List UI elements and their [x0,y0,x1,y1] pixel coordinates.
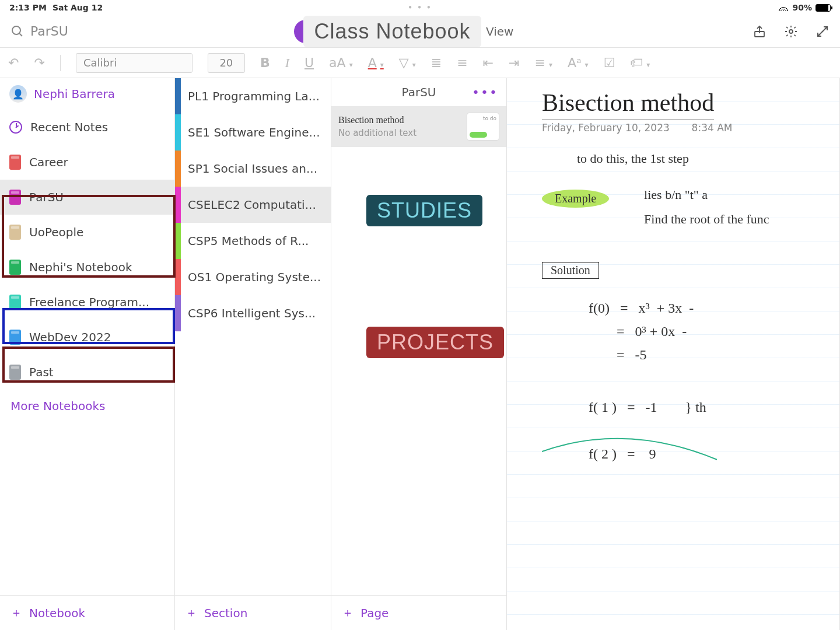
section-item[interactable]: CSP6 Intelligent Sys... [175,295,331,331]
textcase-button[interactable]: aA [329,55,353,70]
status-date: Sat Aug 12 [52,3,103,12]
numbering-button[interactable]: ≡ [457,55,467,70]
notebook-webdev[interactable]: WebDev 2022 [0,320,174,355]
add-notebook[interactable]: ＋ Notebook [0,595,174,630]
section-label: OS1 Operating Syste... [175,270,321,284]
highlight-button[interactable]: ▽ [399,55,416,70]
plus-icon: ＋ [10,605,22,621]
underline-button[interactable]: U [304,55,314,70]
section-label: CSELEC2 Computati... [175,198,316,212]
section-label: SE1 Software Engine... [175,125,320,139]
equation: f( 2 ) = 9 [589,442,839,466]
section-label: PL1 Programming La... [175,89,320,103]
tab-class-notebook[interactable]: Class Notebook [303,16,481,47]
notebook-icon [9,330,21,345]
note-line: Find the root of the func [644,212,769,227]
solution-box: Solution [542,262,599,279]
notebook-career[interactable]: Career [0,145,174,180]
section-item[interactable]: OS1 Operating Syste... [175,259,331,295]
account-name: Nephi Barrera [34,87,115,101]
section-label: CSP5 Methods of R... [175,234,309,248]
page-thumbnail [467,113,499,141]
styles-button[interactable]: Aᵃ [568,55,589,70]
annotation-label-projects: PROJECTS [366,327,504,358]
settings-icon[interactable] [784,24,798,38]
recent-notes[interactable]: Recent Notes [0,110,174,145]
fullscreen-icon[interactable] [816,24,830,38]
font-size[interactable]: 20 [208,53,245,73]
undo-icon[interactable]: ↶ [8,55,19,70]
redo-icon[interactable]: ↷ [34,55,44,70]
equation: f( 1 ) = -1 } th [589,396,839,419]
equation: = 0³ + 0x - [589,320,839,343]
clock-icon [9,121,22,134]
account-row[interactable]: 👤 Nephi Barrera [0,78,174,110]
notebook-icon [9,225,21,240]
section-item[interactable]: SE1 Software Engine... [175,114,331,150]
notebook-icon [9,365,21,380]
wifi-icon [778,4,789,11]
ribbon-tabs: Home Insert Draw View Class Notebook [294,20,526,43]
equation: = -5 [589,343,839,366]
annotation-label-studies: STUDIES [366,195,482,226]
command-bar: ParSU Home Insert Draw View Class Notebo… [0,15,840,48]
outdent-button[interactable]: ⇤ [483,55,494,70]
notebook-freelance[interactable]: Freelance Program... [0,285,174,320]
notebook-past[interactable]: Past [0,355,174,390]
page-title: Bisection method [338,115,460,125]
paragraph-button[interactable]: ≡ [534,55,552,70]
page-item[interactable]: Bisection method No additional text [331,106,506,147]
section-item[interactable]: CSELEC2 Computati... [175,187,331,223]
equation: f(0) = x³ + 3x - [589,296,839,320]
battery-percent: 90% [792,3,812,12]
status-time: 2:13 PM [9,3,47,12]
svg-line-1 [19,33,22,36]
notebook-icon [9,260,21,275]
svg-point-3 [789,30,793,33]
section-color-tab [175,114,181,150]
tab-view[interactable]: View [473,20,526,43]
bullets-button[interactable]: ≣ [431,55,442,70]
section-item[interactable]: CSP5 Methods of R... [175,223,331,259]
sections-pane: PL1 Programming La...SE1 Software Engine… [175,78,331,630]
notebook-icon [9,155,21,170]
notebook-title: ParSU ••• [331,78,506,106]
note-canvas[interactable]: Bisection method Friday, February 10, 20… [506,78,840,630]
section-item[interactable]: SP1 Social Issues an... [175,150,331,187]
section-label: SP1 Social Issues an... [175,162,317,176]
notebook-uopeople[interactable]: UoPeople [0,215,174,250]
page-subtitle: No additional text [338,128,460,138]
avatar-icon: 👤 [9,85,27,103]
device-statusbar: 2:13 PM Sat Aug 12 • • • 90% [0,0,840,15]
bold-button[interactable]: B [260,55,270,70]
multitasking-handle[interactable]: • • • [408,4,432,12]
add-page[interactable]: ＋ Page [331,595,506,630]
note-line: lies b/n "t" a [644,187,769,202]
search-placeholder[interactable]: ParSU [30,24,68,38]
add-section[interactable]: ＋ Section [175,595,331,630]
format-ribbon: ↶ ↷ Calibri 20 B I U aA A ▽ ≣ ≡ ⇤ ⇥ ≡ Aᵃ… [0,48,840,78]
section-color-tab [175,78,181,114]
section-item[interactable]: PL1 Programming La... [175,78,331,114]
notebook-parsu[interactable]: ParSU [0,180,174,215]
section-color-tab [175,259,181,295]
search-icon[interactable] [10,24,24,38]
font-select[interactable]: Calibri [76,53,192,73]
tags-button[interactable]: 🏷 [630,55,650,70]
share-icon[interactable] [752,24,766,38]
more-icon[interactable]: ••• [472,85,498,100]
section-label: CSP6 Intelligent Sys... [175,306,316,320]
section-color-tab [175,150,181,187]
italic-button[interactable]: I [285,55,289,71]
notebook-icon [9,295,21,310]
note-title: Bisection method [542,89,714,120]
font-color-button[interactable]: A [368,55,384,70]
note-line: to do this, the 1st step [577,151,839,166]
plus-icon: ＋ [342,605,354,621]
notebook-nephis[interactable]: Nephi's Notebook [0,250,174,285]
indent-button[interactable]: ⇥ [509,55,519,70]
battery-icon [816,4,831,12]
more-notebooks[interactable]: More Notebooks [0,390,174,422]
example-highlight: Example [542,190,609,208]
todo-tag-button[interactable]: ☑ [604,55,615,70]
